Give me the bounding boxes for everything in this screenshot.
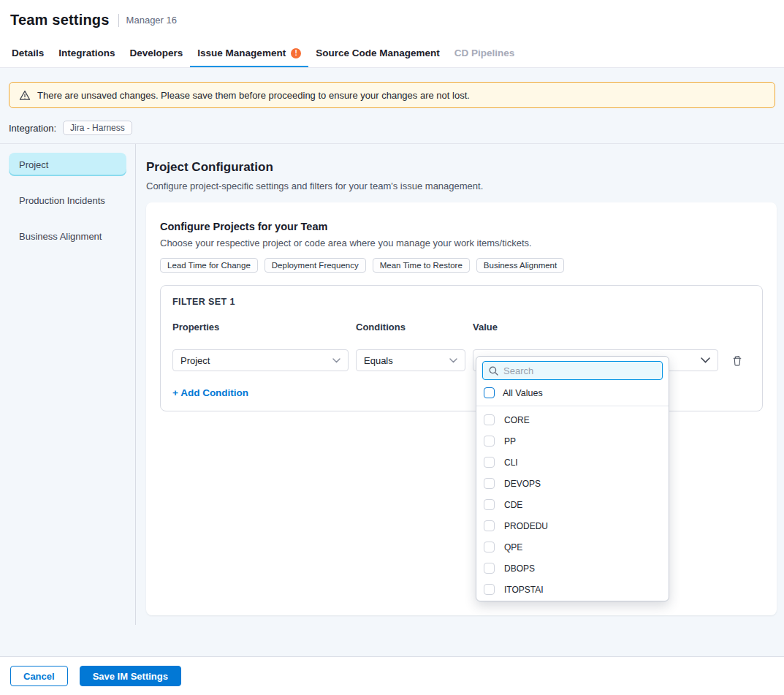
title-divider bbox=[118, 14, 119, 27]
tab-cd-pipelines[interactable]: CD Pipelines bbox=[447, 40, 522, 67]
select-all-label: All Values bbox=[503, 388, 543, 398]
search-icon bbox=[489, 366, 498, 376]
column-header-properties: Properties bbox=[172, 322, 349, 333]
condition-select-value: Equals bbox=[364, 355, 393, 366]
tab-label: Developers bbox=[130, 48, 183, 58]
sidebar-item-production-incidents[interactable]: Production Incidents bbox=[9, 189, 126, 212]
section-description: Configure project-specific settings and … bbox=[146, 181, 777, 191]
metric-tag-mean-time-to-restore: Mean Time to Restore bbox=[373, 258, 470, 273]
dropdown-search-wrap bbox=[476, 357, 669, 384]
dropdown-option-core[interactable]: CORE bbox=[476, 409, 669, 430]
team-name-label: Manager 16 bbox=[126, 15, 177, 26]
tab-label: Source Code Management bbox=[316, 48, 440, 58]
unsaved-changes-banner: There are unsaved changes. Please save t… bbox=[9, 82, 775, 108]
option-checkbox[interactable] bbox=[484, 563, 495, 574]
option-label: PP bbox=[504, 436, 516, 447]
team-settings-page: Team settings Manager 16 DetailsIntegrat… bbox=[0, 0, 784, 695]
tab-label: CD Pipelines bbox=[454, 48, 515, 58]
option-checkbox[interactable] bbox=[484, 414, 495, 425]
tab-bar: DetailsIntegrationsDevelopersIssue Manag… bbox=[0, 40, 784, 68]
option-checkbox[interactable] bbox=[484, 499, 495, 510]
option-checkbox[interactable] bbox=[484, 584, 495, 595]
property-select-value: Project bbox=[180, 355, 210, 366]
dropdown-option-pipe[interactable]: PIPE bbox=[476, 600, 669, 601]
dropdown-option-list: COREPPCLIDEVOPSCDEPRODEDUQPEDBOPSITOPSTA… bbox=[476, 409, 669, 601]
tab-label: Details bbox=[12, 48, 44, 58]
condition-select[interactable]: Equals bbox=[356, 349, 465, 371]
search-input[interactable] bbox=[503, 365, 656, 376]
metric-tags: Lead Time for ChangeDeployment Frequency… bbox=[160, 258, 763, 273]
sidebar-item-business-alignment[interactable]: Business Alignment bbox=[9, 224, 126, 248]
integration-row: Integration: Jira - Harness bbox=[9, 121, 775, 135]
warning-icon bbox=[19, 90, 31, 101]
chevron-down-icon bbox=[701, 357, 710, 363]
dropdown-option-qpe[interactable]: QPE bbox=[476, 536, 669, 558]
tab-source-code-management[interactable]: Source Code Management bbox=[308, 40, 447, 67]
page-title: Team settings bbox=[10, 12, 110, 29]
dropdown-option-dbops[interactable]: DBOPS bbox=[476, 558, 669, 579]
dropdown-option-cli[interactable]: CLI bbox=[476, 452, 669, 473]
integration-chip[interactable]: Jira - Harness bbox=[63, 121, 132, 135]
metric-tag-business-alignment: Business Alignment bbox=[476, 258, 564, 273]
tab-label: Integrations bbox=[58, 48, 115, 58]
delete-filter-row-button[interactable] bbox=[728, 352, 746, 369]
option-label: DBOPS bbox=[504, 563, 535, 574]
option-checkbox[interactable] bbox=[484, 436, 495, 447]
card-subtitle: Choose your respective project or code a… bbox=[160, 238, 763, 248]
option-checkbox[interactable] bbox=[484, 520, 495, 531]
unsaved-indicator-badge: ! bbox=[291, 48, 301, 58]
filter-set-box: FILTER SET 1 Properties Conditions Value… bbox=[160, 285, 763, 411]
cancel-button[interactable]: Cancel bbox=[10, 666, 68, 686]
save-im-settings-button[interactable]: Save IM Settings bbox=[80, 666, 181, 686]
tab-issue-management[interactable]: Issue Management! bbox=[190, 40, 308, 67]
metric-tag-lead-time-for-change: Lead Time for Change bbox=[160, 258, 258, 273]
option-label: PRODEDU bbox=[504, 521, 548, 531]
section-title: Project Configuration bbox=[146, 160, 777, 175]
property-select[interactable]: Project bbox=[172, 349, 349, 371]
dropdown-option-pp[interactable]: PP bbox=[476, 430, 669, 452]
chevron-down-icon bbox=[449, 358, 457, 363]
tab-details[interactable]: Details bbox=[4, 40, 51, 67]
select-all-option[interactable]: All Values bbox=[476, 384, 669, 406]
tab-developers[interactable]: Developers bbox=[123, 40, 191, 67]
add-condition-button[interactable]: + Add Condition bbox=[172, 387, 248, 398]
filter-set-title: FILTER SET 1 bbox=[172, 297, 750, 307]
option-label: CORE bbox=[504, 415, 530, 425]
option-checkbox[interactable] bbox=[484, 457, 495, 468]
project-config-card: Configure Projects for your Team Choose … bbox=[146, 202, 777, 615]
dropdown-option-prodedu[interactable]: PRODEDU bbox=[476, 515, 669, 536]
dropdown-option-cde[interactable]: CDE bbox=[476, 494, 669, 515]
option-checkbox[interactable] bbox=[484, 478, 495, 489]
page-header: Team settings Manager 16 bbox=[0, 0, 784, 40]
chevron-down-icon bbox=[332, 358, 340, 363]
option-label: ITOPSTAI bbox=[504, 585, 544, 595]
action-footer: Cancel Save IM Settings bbox=[0, 656, 784, 695]
card-title: Configure Projects for your Team bbox=[160, 221, 763, 232]
dropdown-option-devops[interactable]: DEVOPS bbox=[476, 473, 669, 494]
select-all-checkbox[interactable] bbox=[484, 387, 495, 398]
column-header-conditions: Conditions bbox=[356, 322, 465, 333]
tab-integrations[interactable]: Integrations bbox=[51, 40, 122, 67]
option-label: QPE bbox=[504, 542, 522, 552]
option-label: CDE bbox=[504, 500, 522, 510]
option-label: CLI bbox=[504, 457, 518, 468]
tab-label: Issue Management bbox=[197, 48, 286, 58]
settings-sidebar: ProjectProduction IncidentsBusiness Alig… bbox=[0, 144, 136, 625]
dropdown-search-box[interactable] bbox=[482, 361, 663, 380]
column-header-value: Value bbox=[473, 322, 718, 333]
option-checkbox[interactable] bbox=[484, 542, 495, 552]
value-dropdown-panel: All Values COREPPCLIDEVOPSCDEPRODEDUQPED… bbox=[476, 356, 669, 601]
banner-text: There are unsaved changes. Please save t… bbox=[37, 90, 470, 101]
integration-label: Integration: bbox=[9, 123, 56, 134]
sidebar-item-project[interactable]: Project bbox=[9, 153, 126, 176]
dropdown-option-itopstai[interactable]: ITOPSTAI bbox=[476, 579, 669, 600]
metric-tag-deployment-frequency: Deployment Frequency bbox=[264, 258, 366, 273]
option-label: DEVOPS bbox=[504, 479, 541, 489]
main-panel: Project Configuration Configure project-… bbox=[136, 144, 784, 625]
